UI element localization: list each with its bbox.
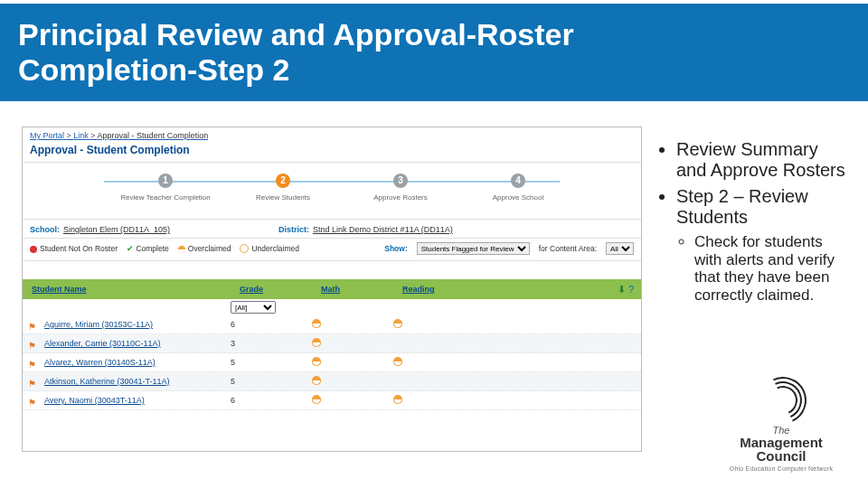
table-row[interactable]: ⚑Avery, Naomi (30043T-11A) 6 [23, 391, 641, 410]
district-label: District: [278, 225, 309, 234]
bullet-list: Review Summary and Approve Rosters Step … [658, 139, 852, 304]
overclaimed-icon [312, 395, 321, 404]
table-row[interactable]: ⚑Alexander, Carrie (30110C-11A) 3 [23, 334, 641, 353]
school-value[interactable]: Singleton Elem (DD11A_105) [63, 225, 170, 234]
table-row[interactable]: ⚑Alvarez, Warren (30140S-11A) 5 [23, 353, 641, 372]
flag-icon: ⚑ [28, 322, 36, 332]
content-area-label: for Content Area: [539, 244, 597, 253]
spacer [23, 261, 641, 279]
show-select[interactable]: Students Flagged for Review [417, 242, 530, 255]
step-2-label: Review Students [220, 193, 346, 202]
show-label: Show: [384, 244, 408, 253]
cell-math [312, 376, 393, 387]
col-reading[interactable]: Reading [393, 285, 475, 294]
step-1-label: Review Teacher Completion [102, 193, 229, 202]
breadcrumb: My Portal > Link > Approval - Student Co… [23, 127, 641, 142]
flag-icon: ⚑ [28, 360, 36, 370]
overclaimed-icon [393, 319, 402, 328]
table-header: Student Name Grade Math Reading ⬇ ? [23, 279, 641, 299]
logo-text: The Management Council [723, 426, 839, 463]
grade-filter-row: [All] [23, 299, 641, 315]
table-body: ⚑Aguirre, Miriam (30153C-11A) 6 ⚑Alexand… [23, 315, 641, 410]
student-name-link[interactable]: ⚑Alexander, Carrie (30110C-11A) [23, 339, 231, 348]
embedded-screenshot: My Portal > Link > Approval - Student Co… [22, 127, 642, 452]
cell-reading [393, 357, 475, 368]
cell-math [312, 319, 393, 330]
logo-subtext: Ohio Education Computer Network [723, 465, 839, 472]
header-icons: ⬇ ? [475, 284, 641, 296]
col-grade[interactable]: Grade [231, 285, 312, 294]
student-name-link[interactable]: ⚑Atkinson, Katherine (30041-T-11A) [23, 377, 231, 386]
legend-underclaimed: Underclaimed [240, 244, 298, 254]
cell-grade: 6 [231, 320, 312, 329]
school-label: School: [30, 225, 60, 234]
crumb-current: Approval - Student Completion [98, 131, 209, 140]
cell-math [312, 338, 393, 349]
slide-title-bar: Principal Review and Approval-Roster Com… [0, 0, 868, 101]
cell-grade: 3 [231, 339, 312, 348]
cell-grade: 5 [231, 377, 312, 386]
legend-row: Student Not On Roster Complete Overclaim… [23, 239, 641, 261]
step-2[interactable]: 2 [276, 174, 290, 188]
cell-math [312, 357, 393, 368]
flag-icon: ⚑ [28, 379, 36, 389]
col-math[interactable]: Math [312, 285, 393, 294]
step-3[interactable]: 3 [393, 174, 408, 188]
bullet-2: Step 2 – Review Students Check for stude… [676, 186, 852, 304]
overclaimed-icon [312, 357, 321, 366]
step-1[interactable]: 1 [158, 174, 173, 188]
management-council-logo: The Management Council Ohio Education Co… [723, 373, 839, 472]
overclaimed-icon [393, 395, 402, 404]
page-title: Approval - Student Completion [23, 142, 641, 163]
title-line-1: Principal Review and Approval-Roster [18, 17, 574, 52]
wizard-steps: 1 Review Teacher Completion 2 Review Stu… [23, 168, 641, 220]
export-icon[interactable]: ⬇ [618, 284, 626, 295]
overclaimed-icon [393, 357, 402, 366]
flag-icon: ⚑ [28, 398, 36, 408]
cell-grade: 6 [231, 396, 312, 405]
student-name-link[interactable]: ⚑Aguirre, Miriam (30153C-11A) [23, 320, 231, 329]
school-district-row: School: Singleton Elem (DD11A_105) Distr… [23, 220, 641, 239]
overclaimed-icon [312, 319, 321, 328]
cell-reading [393, 319, 475, 330]
step-4[interactable]: 4 [511, 174, 525, 188]
table-row[interactable]: ⚑Aguirre, Miriam (30153C-11A) 6 [23, 315, 641, 334]
content-area-select[interactable]: All [606, 242, 634, 255]
title-line-2: Completion-Step 2 [18, 52, 574, 88]
student-name-link[interactable]: ⚑Avery, Naomi (30043T-11A) [23, 396, 231, 405]
student-name-link[interactable]: ⚑Alvarez, Warren (30140S-11A) [23, 358, 231, 367]
slide-title: Principal Review and Approval-Roster Com… [18, 17, 574, 88]
cell-grade: 5 [231, 358, 312, 367]
crumb-link[interactable]: Link [73, 131, 89, 140]
district-value[interactable]: Stnd Link Demo District #11A (DD11A) [313, 225, 453, 234]
cell-reading [393, 395, 475, 406]
overclaimed-icon [312, 338, 321, 347]
bullet-1: Review Summary and Approve Rosters [676, 139, 852, 181]
flag-icon: ⚑ [28, 341, 36, 351]
legend-overclaimed: Overclaimed [178, 244, 231, 253]
logo-arcs-icon [754, 373, 808, 424]
table-row[interactable]: ⚑Atkinson, Katherine (30041-T-11A) 5 [23, 372, 641, 391]
grade-filter-select[interactable]: [All] [231, 301, 276, 314]
cell-math [312, 395, 393, 406]
step-4-label: Approve School [455, 193, 581, 202]
step-3-label: Approve Rosters [337, 193, 464, 202]
crumb-portal[interactable]: My Portal [30, 131, 64, 140]
legend-complete: Complete [127, 244, 169, 253]
overclaimed-icon [312, 376, 321, 385]
legend-not-on-roster: Student Not On Roster [30, 244, 118, 253]
col-student-name[interactable]: Student Name [23, 285, 231, 294]
help-icon[interactable]: ? [628, 284, 634, 295]
bullet-2a: Check for students with alerts and verif… [694, 233, 852, 304]
